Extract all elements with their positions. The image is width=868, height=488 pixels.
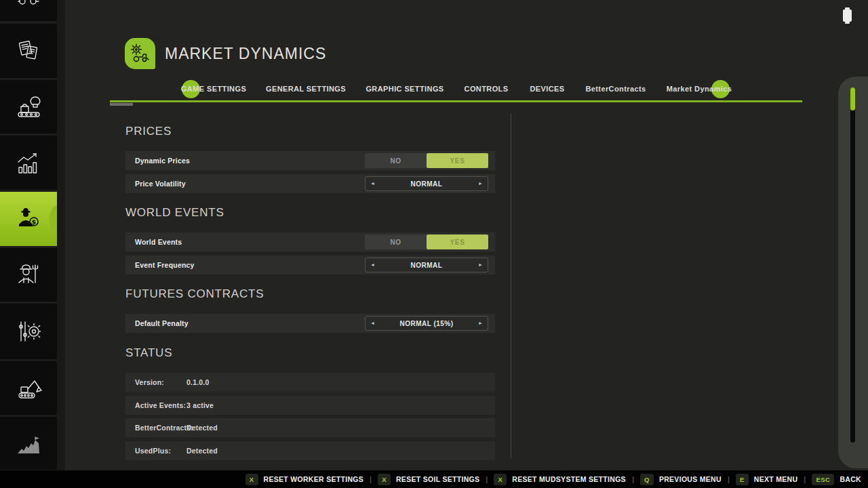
setting-row-price-volatility[interactable]: Price Volatility ◄ NORMAL ► — [125, 174, 495, 193]
sidebar-item-production[interactable] — [0, 80, 57, 134]
toggle-no-button[interactable]: NO — [365, 235, 427, 249]
scroll-panel — [838, 77, 868, 468]
selector-value: NORMAL (15%) — [399, 320, 453, 327]
setting-label: Dynamic Prices — [135, 157, 190, 165]
farmer-icon — [13, 260, 44, 291]
reset-soil-settings-button[interactable]: X RESET SOIL SETTINGS — [378, 474, 479, 485]
status-label: UsedPlus: — [135, 447, 171, 455]
selector-right-arrow-icon[interactable]: ► — [473, 317, 488, 330]
setting-label: Event Frequency — [135, 261, 195, 269]
status-label: Version: — [135, 378, 164, 386]
sidebar-item-excavator[interactable] — [0, 361, 57, 415]
setting-row-default-penalty[interactable]: Default Penalty ◄ NORMAL (15%) ► — [125, 314, 495, 333]
dynamic-prices-toggle: NO YES — [365, 153, 488, 168]
tab-bettercontracts[interactable]: BetterContracts — [585, 85, 646, 93]
tab-devices[interactable]: DEVICES — [530, 85, 564, 93]
section-heading-prices: PRICES — [125, 125, 172, 138]
selector-left-arrow-icon[interactable]: ◄ — [366, 317, 380, 330]
section-heading-futures-contracts: FUTURES CONTRACTS — [125, 287, 264, 301]
scrollbar-track[interactable] — [850, 87, 855, 443]
tab-controls[interactable]: CONTROLS — [465, 85, 509, 93]
battery-icon — [843, 9, 852, 22]
bottom-bar-label: PREVIOUS MENU — [659, 475, 722, 483]
toggle-no-button[interactable]: NO — [365, 153, 427, 168]
setting-row-world-events[interactable]: World Events NO YES — [125, 232, 495, 251]
section-heading-status: STATUS — [125, 346, 172, 360]
bottom-bar-label: BACK — [840, 475, 861, 483]
tab-underline — [110, 100, 802, 102]
world-events-toggle: NO YES — [365, 235, 488, 249]
bottom-bar-label: RESET MUDSYSTEM SETTINGS — [512, 475, 626, 483]
next-menu-button[interactable]: E NEXT MENU — [736, 474, 797, 485]
bottom-bar-label: RESET SOIL SETTINGS — [396, 475, 479, 483]
bottom-bar-separator: | — [804, 475, 806, 483]
terrain-icon — [13, 428, 44, 459]
selector-right-arrow-icon[interactable]: ► — [473, 258, 488, 272]
status-row-active-events: Active Events: 3 active — [125, 396, 495, 415]
reset-mudsystem-settings-button[interactable]: X RESET MUDSYSTEM SETTINGS — [494, 474, 625, 485]
tab-general-settings[interactable]: GENERAL SETTINGS — [266, 85, 346, 93]
setting-label: Default Penalty — [135, 319, 189, 327]
sidebar-item-farmer[interactable] — [0, 248, 57, 302]
selector-value: NORMAL — [411, 262, 443, 269]
selector-left-arrow-icon[interactable]: ◄ — [366, 258, 380, 272]
tab-scroll-indicator — [110, 103, 133, 106]
status-row-version: Version: 0.1.0.0 — [125, 373, 495, 392]
section-heading-world-events: WORLD EVENTS — [125, 206, 224, 220]
setting-row-dynamic-prices[interactable]: Dynamic Prices NO YES — [125, 151, 495, 170]
excavator-icon — [13, 373, 44, 404]
svg-text:$: $ — [32, 219, 36, 226]
content-divider — [511, 113, 511, 458]
key-badge-e: E — [736, 474, 749, 485]
production-icon — [13, 92, 44, 123]
bottom-bar-separator: | — [728, 475, 730, 483]
selector-right-arrow-icon[interactable]: ► — [473, 177, 488, 190]
sidebar-item-statistics[interactable] — [0, 136, 57, 190]
sidebar-item-market-dynamics[interactable]: $ — [0, 192, 57, 246]
page-title: MARKET DYNAMICS — [165, 45, 326, 63]
setting-label: Price Volatility — [135, 180, 186, 188]
status-label: BetterContracts: — [135, 424, 193, 432]
toggle-yes-button[interactable]: YES — [427, 153, 488, 168]
scrollbar-thumb[interactable] — [850, 87, 855, 110]
sidebar: $ — [0, 0, 57, 470]
tab-game-settings[interactable]: GAME SETTINGS — [181, 85, 246, 93]
bottom-bar-label: RESET WORKER SETTINGS — [264, 475, 363, 483]
status-value: 0.1.0.0 — [186, 378, 210, 386]
toggle-yes-button[interactable]: YES — [427, 235, 488, 249]
bottom-bar-separator: | — [632, 475, 634, 483]
tab-market-dynamics[interactable]: Market Dynamics — [667, 85, 732, 93]
default-penalty-selector: ◄ NORMAL (15%) ► — [365, 316, 488, 331]
key-badge-x: X — [378, 474, 391, 485]
reset-worker-settings-button[interactable]: X RESET WORKER SETTINGS — [245, 474, 363, 485]
tuning-icon — [13, 316, 44, 347]
selector-value: NORMAL — [411, 180, 443, 188]
key-badge-x: X — [245, 474, 258, 485]
status-row-bettercontracts: BetterContracts: Detected — [125, 418, 495, 437]
harvester-icon — [13, 0, 44, 5]
bottom-bar: X RESET WORKER SETTINGS | X RESET SOIL S… — [0, 470, 868, 488]
sidebar-item-contracts[interactable] — [0, 24, 57, 78]
selector-left-arrow-icon[interactable]: ◄ — [366, 177, 380, 190]
app-icon — [125, 38, 155, 69]
status-value: 3 active — [186, 401, 214, 409]
bottom-bar-separator: | — [486, 475, 488, 483]
event-frequency-selector: ◄ NORMAL ► — [365, 258, 488, 272]
bottom-bar-label: NEXT MENU — [754, 475, 798, 483]
market-dynamics-icon: $ — [13, 203, 44, 235]
back-button[interactable]: ESC BACK — [812, 474, 861, 485]
sidebar-item-terrain[interactable] — [0, 417, 57, 470]
statistics-icon — [13, 147, 44, 178]
setting-label: World Events — [135, 238, 182, 246]
sidebar-item-vehicles[interactable] — [0, 0, 57, 21]
contracts-icon — [13, 35, 44, 66]
previous-menu-button[interactable]: Q PREVIOUS MENU — [640, 474, 722, 485]
sidebar-strip — [57, 0, 65, 470]
setting-row-event-frequency[interactable]: Event Frequency ◄ NORMAL ► — [125, 256, 495, 274]
status-label: Active Events: — [135, 401, 186, 409]
sidebar-item-tuning[interactable] — [0, 304, 57, 359]
gear-tractor-icon — [130, 43, 151, 64]
key-badge-x: X — [494, 474, 507, 485]
price-volatility-selector: ◄ NORMAL ► — [365, 176, 488, 191]
tab-graphic-settings[interactable]: GRAPHIC SETTINGS — [366, 85, 443, 93]
